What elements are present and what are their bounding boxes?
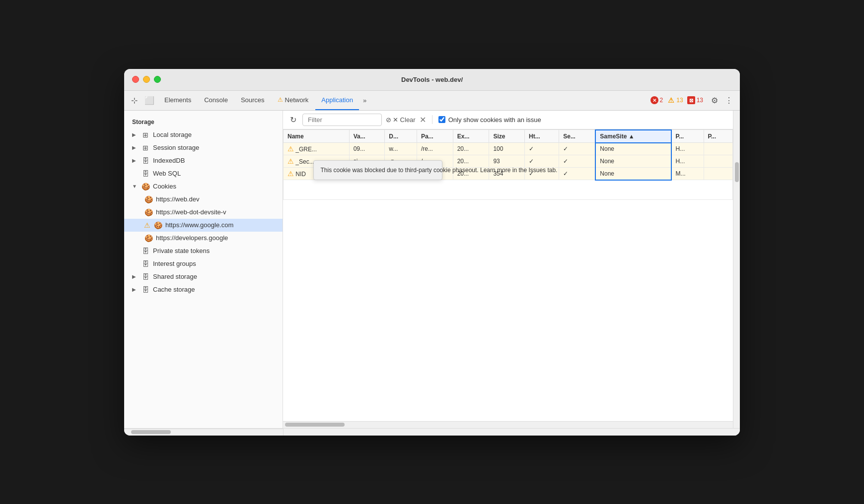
horizontal-scrollbar[interactable]: [283, 421, 733, 428]
expand-arrow-indexeddb: ▶: [132, 158, 138, 163]
col-name[interactable]: Name: [284, 130, 350, 143]
vertical-scrollbar[interactable]: [733, 111, 740, 428]
cache-storage-icon: 🗄: [141, 286, 150, 294]
maximize-button[interactable]: [154, 76, 161, 83]
sidebar-item-interest-groups[interactable]: 🗄 Interest groups: [124, 257, 283, 270]
cookie-webdev-icon: 🍪: [144, 195, 153, 203]
tab-more-button[interactable]: »: [360, 97, 369, 104]
network-warning-icon: ⚠: [278, 96, 283, 103]
window-title: DevTools - web.dev/: [401, 76, 463, 83]
col-secure[interactable]: Se...: [559, 130, 596, 143]
sidebar-item-shared-storage[interactable]: ▶ 🗄 Shared storage: [124, 270, 283, 283]
error-icon: ✕: [650, 96, 658, 104]
interest-groups-icon: 🗄: [141, 260, 150, 268]
sidebar-item-cookies-webdev[interactable]: 🍪 https://web.dev: [124, 193, 283, 206]
sidebar-item-indexeddb[interactable]: ▶ 🗄 IndexedDB: [124, 154, 283, 167]
sidebar-item-cookies[interactable]: ▼ 🍪 Cookies: [124, 180, 283, 193]
filter-input[interactable]: [302, 114, 382, 126]
settings-icon[interactable]: ⚙: [708, 96, 721, 105]
expand-arrow-local: ▶: [132, 132, 138, 137]
cell-samesite: None: [595, 168, 671, 180]
sidebar-scroll-thumb: [131, 430, 171, 434]
col-expires[interactable]: Ex...: [453, 130, 489, 143]
cell-value: 09...: [349, 143, 385, 155]
web-sql-icon: 🗄: [141, 170, 150, 178]
cell-samesite: None: [595, 143, 671, 155]
tab-application[interactable]: Application: [315, 90, 359, 110]
tab-elements[interactable]: Elements: [158, 90, 197, 110]
cell-domain: w...: [385, 143, 417, 155]
close-button[interactable]: [132, 76, 139, 83]
warning-badge[interactable]: ⚠ 13: [667, 96, 683, 104]
toolbar: ↻ ⊘ ✕ Clear ✕ Only show cookies with an …: [283, 111, 733, 129]
col-domain[interactable]: D...: [385, 130, 417, 143]
vertical-scroll-thumb: [735, 162, 739, 182]
shared-storage-icon: 🗄: [141, 273, 150, 281]
tab-status-area: ✕ 2 ⚠ 13 ⊠ 13: [650, 96, 703, 104]
sidebar-item-cookies-google[interactable]: ⚠ 🍪 https://www.google.com: [124, 219, 283, 232]
cell-p2: [704, 155, 732, 168]
scrollbar-thumb: [285, 423, 345, 427]
storage-section-label: Storage: [124, 117, 283, 128]
table-row-empty: [284, 180, 733, 200]
cell-name: ⚠ _Sec... This cookie was blocked due to…: [284, 155, 350, 168]
inspect-icon[interactable]: ⊹: [128, 94, 141, 107]
issues-only-checkbox[interactable]: [438, 116, 445, 123]
cell-size: 93: [489, 155, 525, 168]
cell-p1: H...: [671, 143, 704, 155]
tab-network[interactable]: ⚠ Network: [272, 90, 315, 110]
cookie-table-container: Name Va... D... Pa... Ex... Size Ht... S…: [283, 129, 733, 421]
cookie-developers-icon: 🍪: [144, 234, 153, 242]
row3-warning-icon: ⚠: [288, 170, 294, 178]
refresh-button[interactable]: ↻: [288, 114, 298, 126]
device-icon[interactable]: ⬜: [142, 94, 157, 107]
minimize-button[interactable]: [143, 76, 150, 83]
sidebar-item-cookies-developers[interactable]: 🍪 https://developers.google: [124, 232, 283, 245]
col-p2[interactable]: P...: [704, 130, 732, 143]
sidebar-item-local-storage[interactable]: ▶ ⊞ Local storage: [124, 128, 283, 141]
cookie-tooltip: This cookie was blocked due to third-par…: [313, 160, 442, 180]
clear-filter-button[interactable]: ⊘ ✕ Clear: [386, 116, 416, 124]
col-p1[interactable]: P...: [671, 130, 704, 143]
expand-arrow-cookies: ▼: [132, 184, 138, 189]
warning-icon: ⚠: [667, 96, 675, 104]
sidebar-scrollbar[interactable]: [124, 429, 283, 436]
cell-name: ⚠ _GRE...: [284, 143, 350, 155]
cookie-table: Name Va... D... Pa... Ex... Size Ht... S…: [283, 129, 733, 200]
cell-httponly: ✓: [524, 155, 559, 168]
close-filter-button[interactable]: ✕: [420, 115, 426, 125]
cell-p1: H...: [671, 155, 704, 168]
sidebar: Storage ▶ ⊞ Local storage ▶ ⊞ Session st…: [124, 111, 283, 428]
row1-warning-icon: ⚠: [288, 145, 294, 153]
google-warning-icon: ⚠: [144, 221, 150, 229]
private-state-icon: 🗄: [141, 247, 150, 255]
col-httponly[interactable]: Ht...: [524, 130, 559, 143]
col-path[interactable]: Pa...: [417, 130, 453, 143]
sidebar-item-cache-storage[interactable]: ▶ 🗄 Cache storage: [124, 283, 283, 296]
cell-expires: 20...: [453, 143, 489, 155]
issues-only-checkbox-label[interactable]: Only show cookies with an issue: [438, 116, 541, 124]
cell-expires: 20...: [453, 155, 489, 168]
expand-arrow-session: ▶: [132, 145, 138, 150]
indexeddb-icon: 🗄: [141, 157, 150, 165]
table-row[interactable]: ⚠ _GRE... 09... w... /re... 20... 100 ✓ …: [284, 143, 733, 155]
cell-path: /re...: [417, 143, 453, 155]
sidebar-item-web-sql[interactable]: 🗄 Web SQL: [124, 167, 283, 180]
sidebar-item-private-state-tokens[interactable]: 🗄 Private state tokens: [124, 245, 283, 257]
cell-p2: [704, 168, 732, 180]
more-options-icon[interactable]: ⋮: [722, 96, 736, 105]
col-value[interactable]: Va...: [349, 130, 385, 143]
col-size[interactable]: Size: [489, 130, 525, 143]
col-samesite[interactable]: SameSite ▲: [595, 130, 671, 143]
devtools-window: DevTools - web.dev/ ⊹ ⬜ Elements Console…: [124, 69, 740, 436]
cell-secure: ✓: [559, 168, 596, 180]
table-body: ⚠ _GRE... 09... w... /re... 20... 100 ✓ …: [284, 143, 733, 200]
tab-sources[interactable]: Sources: [235, 90, 271, 110]
sidebar-item-cookies-webdotdevsite[interactable]: 🍪 https://web-dot-devsite-v: [124, 206, 283, 219]
blocked-badge[interactable]: ⊠ 13: [687, 96, 703, 104]
tab-console[interactable]: Console: [198, 90, 234, 110]
sidebar-item-session-storage[interactable]: ▶ ⊞ Session storage: [124, 141, 283, 154]
error-badge[interactable]: ✕ 2: [650, 96, 663, 104]
table-row[interactable]: ⚠ _Sec... This cookie was blocked due to…: [284, 155, 733, 168]
devtools-body: Storage ▶ ⊞ Local storage ▶ ⊞ Session st…: [124, 111, 740, 428]
